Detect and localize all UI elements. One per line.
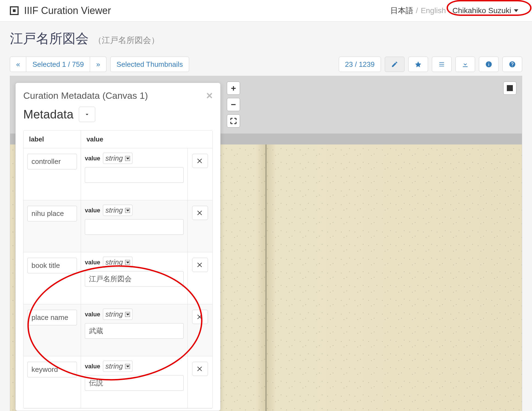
edit-icon [391, 61, 398, 68]
metadata-panel-title: Curation Metadata (Canvas 1) [23, 90, 148, 101]
type-select-text: string [105, 154, 125, 163]
list-icon [438, 61, 445, 68]
page-indicator[interactable]: 23 / 1239 [339, 57, 381, 72]
dropdown-caret-icon [125, 156, 130, 161]
list-button[interactable] [432, 57, 452, 72]
type-select-text: string [105, 362, 125, 371]
metadata-cell-action [188, 148, 212, 200]
label-input[interactable] [27, 310, 77, 325]
metadata-row: valuestring [24, 200, 212, 252]
thumbnails-button[interactable]: Selected Thumbnails [110, 57, 189, 72]
metadata-panel-header: Curation Metadata (Canvas 1) × [23, 89, 213, 102]
zoom-in-button[interactable]: + [227, 82, 240, 95]
logo-icon [10, 6, 19, 15]
metadata-collapse-button[interactable] [79, 107, 95, 122]
lang-japanese[interactable]: 日本語 [390, 5, 413, 16]
help-icon [509, 61, 516, 68]
caret-down-icon [514, 9, 518, 12]
type-select[interactable]: string [103, 257, 132, 268]
favorite-button[interactable] [408, 57, 428, 72]
metadata-cell-value: valuestring [81, 200, 188, 252]
value-input[interactable] [85, 271, 184, 287]
type-select[interactable]: string [103, 205, 132, 216]
lang-separator: / [416, 6, 418, 15]
metadata-cell-label [24, 356, 81, 408]
metadata-cell-value: valuestring [81, 252, 188, 304]
edit-button[interactable] [385, 57, 404, 72]
metadata-cell-action [188, 252, 212, 304]
zoom-out-button[interactable]: − [227, 98, 240, 111]
document-title: 江戸名所図会 [10, 30, 89, 47]
close-icon [196, 365, 204, 372]
value-label-text: value [85, 311, 100, 318]
help-button[interactable] [502, 57, 522, 72]
stop-icon [507, 85, 513, 91]
delete-row-button[interactable] [192, 154, 208, 168]
toolbar: « Selected 1 / 759 » Selected Thumbnails… [10, 57, 522, 72]
next-button[interactable]: » [90, 57, 106, 72]
close-icon [196, 261, 204, 268]
top-bar: IIIF Curation Viewer 日本語 / English Chika… [0, 0, 532, 22]
stop-button[interactable] [503, 82, 516, 95]
metadata-cell-label [24, 252, 81, 304]
fullscreen-button[interactable] [227, 114, 240, 128]
metadata-table: label value valuestringvaluestringvalues… [23, 130, 213, 409]
metadata-cell-action [188, 200, 212, 252]
value-type-row: valuestring [85, 309, 184, 320]
metadata-cell-action [188, 304, 212, 356]
download-icon [462, 61, 469, 68]
value-input[interactable] [85, 167, 184, 183]
label-input[interactable] [27, 362, 77, 377]
value-input[interactable] [85, 219, 184, 235]
value-input[interactable] [85, 375, 184, 391]
delete-row-button[interactable] [192, 206, 208, 220]
info-button[interactable] [479, 57, 499, 72]
type-select[interactable]: string [103, 309, 132, 320]
dropdown-caret-icon [125, 364, 130, 369]
close-button[interactable]: × [206, 89, 213, 102]
app-title: IIIF Curation Viewer [24, 5, 111, 16]
metadata-table-body: valuestringvaluestringvaluestringvaluest… [24, 148, 212, 408]
toolbar-left: « Selected 1 / 759 » Selected Thumbnails [10, 57, 189, 72]
value-type-row: valuestring [85, 153, 184, 164]
value-input[interactable] [85, 323, 184, 339]
type-select-text: string [105, 310, 125, 319]
metadata-section-row: Metadata [23, 107, 213, 122]
delete-row-button[interactable] [192, 258, 208, 272]
type-select[interactable]: string [103, 153, 132, 164]
th-value: value [81, 131, 212, 148]
th-label: label [24, 131, 81, 148]
metadata-cell-value: valuestring [81, 304, 188, 356]
label-input[interactable] [27, 258, 77, 273]
download-button[interactable] [455, 57, 475, 72]
metadata-cell-action [188, 356, 212, 408]
label-input[interactable] [27, 154, 77, 169]
user-menu-toggle[interactable]: Chikahiko Suzuki [449, 6, 522, 16]
metadata-cell-value: valuestring [81, 356, 188, 408]
document-subtitle: （江戸名所図会） [94, 35, 159, 46]
metadata-cell-value: valuestring [81, 148, 188, 200]
lang-english[interactable]: English [421, 6, 446, 15]
label-input[interactable] [27, 206, 77, 221]
dropdown-caret-icon [125, 260, 130, 265]
toolbar-right: 23 / 1239 [339, 57, 522, 72]
delete-row-button[interactable] [192, 362, 208, 376]
document-title-row: 江戸名所図会 （江戸名所図会） [10, 30, 522, 47]
value-label-text: value [85, 259, 100, 266]
delete-row-button[interactable] [192, 310, 208, 324]
viewer-right-controls [503, 82, 516, 95]
viewer-zoom-controls: + − [227, 82, 240, 128]
value-label-text: value [85, 207, 100, 214]
prev-button[interactable]: « [10, 57, 26, 72]
selected-indicator[interactable]: Selected 1 / 759 [26, 57, 90, 72]
top-bar-left: IIIF Curation Viewer [10, 5, 111, 16]
chevron-down-icon [84, 111, 90, 118]
metadata-row: valuestring [24, 304, 212, 356]
pager-group: « Selected 1 / 759 » [10, 57, 106, 72]
metadata-cell-label [24, 148, 81, 200]
type-select[interactable]: string [103, 361, 132, 372]
star-icon [415, 61, 422, 68]
type-select-text: string [105, 206, 125, 215]
dropdown-caret-icon [125, 208, 130, 213]
metadata-cell-label [24, 304, 81, 356]
